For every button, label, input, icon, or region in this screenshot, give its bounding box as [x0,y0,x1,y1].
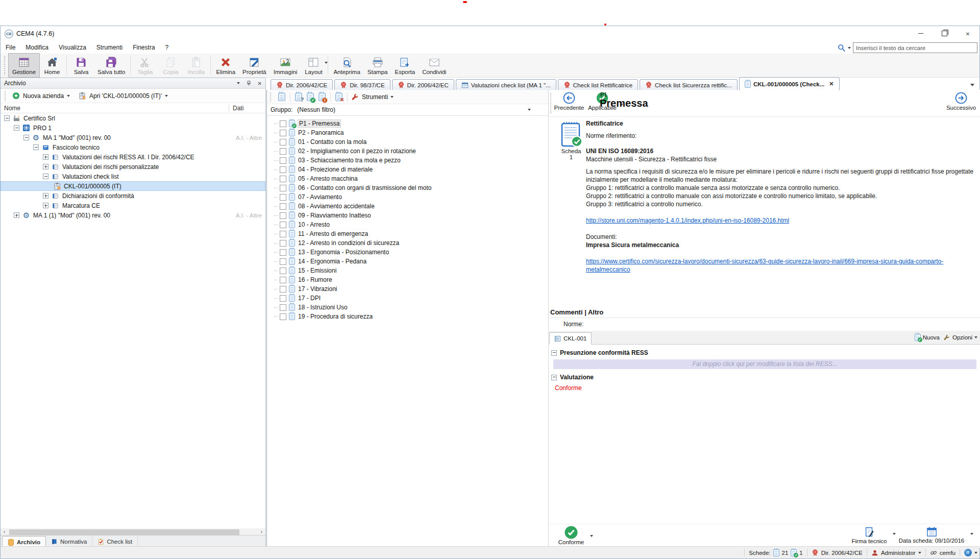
checklist-item[interactable]: 09 - Riavviamento Inatteso [267,211,548,220]
checklist-item[interactable]: 14 - Ergonomia - Pedana [267,257,548,266]
checklist-item[interactable]: 10 - Arresto [267,220,548,229]
checklist-item[interactable]: 04 - Proiezione di materiale [267,165,548,174]
language-badge[interactable]: IT [964,549,972,556]
checkbox[interactable] [280,139,286,145]
document-link[interactable]: https://www.certifico.com/sicurezza-lavo… [586,258,943,273]
scrollbar-thumb[interactable] [9,529,239,535]
checklist-item[interactable]: 18 - Istruzioni Uso [267,303,548,312]
expand-icon[interactable] [14,212,19,218]
checkbox[interactable] [280,231,286,237]
checkbox[interactable] [280,176,286,182]
tree-item-ckl-001-selected[interactable]: CKL-001/000005 (IT) [1,181,265,191]
sheet-alert-icon[interactable] [318,92,326,101]
toolbar-handle[interactable] [5,91,7,101]
user-caret[interactable] [918,552,921,554]
search-options-caret[interactable] [848,47,851,49]
tree-item-pro1[interactable]: PRO 1 [1,123,265,133]
add-circle-icon[interactable] [12,92,20,100]
tree-item-valutazioni-checklist[interactable]: Valutazioni check list [1,172,265,181]
tab-close-icon[interactable] [829,81,834,87]
menu-finestra[interactable]: Finestra [128,42,160,53]
panel-menu-caret[interactable] [237,82,240,84]
minimize-button[interactable] [909,26,933,41]
checkbox[interactable] [280,120,286,127]
scroll-right-icon[interactable] [258,528,265,536]
comment-tab-ckl001[interactable]: CKL-001 [549,332,592,345]
valutazione-section-header[interactable]: Valutazione [549,374,980,381]
layout-button[interactable]: Layout [301,54,326,77]
opzioni-button[interactable]: Opzioni [943,334,977,341]
tab-check-list-sicurezza[interactable]: Check list Sicurerzza rettific... [640,79,738,90]
tab-valutazioni-check-list[interactable]: Valutazioni check list (MA 1 "... [456,79,556,90]
panel-close-icon[interactable] [258,80,262,87]
expand-icon[interactable] [43,164,48,169]
column-dati[interactable]: Dati [229,105,265,112]
tree-item-fascicolo[interactable]: Fascicolo tecnico [1,142,265,152]
toolbar-handle[interactable] [550,93,551,113]
condividi-button[interactable]: Condividi [419,54,450,77]
anteprima-button[interactable]: Anteprima [330,54,363,77]
sheet-ok-icon[interactable] [307,92,314,101]
stampa-button[interactable]: Stampa [364,54,391,77]
opzioni-caret[interactable] [974,336,977,338]
collapse-icon[interactable] [23,135,29,140]
tab-dir-98-37-ce[interactable]: Dir. 98/37/CE [334,79,390,90]
checklist-item[interactable]: 02 - Impigliamento con il pezzo in rotaz… [267,147,548,156]
menu-help[interactable]: ? [160,42,174,53]
esporta-button[interactable]: Esporta [391,54,419,77]
checkbox[interactable] [280,277,286,283]
ress-section-header[interactable]: Presunzione conformità RESS [549,349,980,356]
salva-button[interactable]: Salva [68,54,94,77]
toolbar-handle[interactable] [4,56,7,75]
successivo-button[interactable]: Successivo [945,92,977,111]
menu-file[interactable]: File [1,42,20,53]
checklist-item[interactable]: 03 - Schiacciamento tra mola e pezzo [267,156,548,165]
checkbox[interactable] [280,313,286,320]
checklist-item[interactable]: 17 - Vibrazioni [267,284,548,294]
collapse-icon[interactable] [43,174,48,179]
scroll-left-icon[interactable] [1,528,8,536]
collapse-icon[interactable] [33,144,39,150]
sheet-remove-icon[interactable] [335,92,342,101]
search-icon[interactable] [837,43,846,52]
checkbox[interactable] [280,258,286,265]
ress-placeholder-area[interactable]: Fai doppio click qui per modificare la l… [553,359,976,369]
checklist-item[interactable]: 12 - Arresto in condizioni di sicurezza [267,238,548,248]
checklist-item[interactable]: 15 - Emissioni [267,266,548,275]
tree-item-valutazioni-pers[interactable]: Valutazioni dei rischi personalizzate [1,162,265,172]
collapse-icon[interactable] [14,125,19,131]
checkbox[interactable] [280,212,286,219]
checkbox[interactable] [280,240,286,247]
tree-item-certifico[interactable]: Certifico Srl [1,113,265,123]
apri-ckl-button[interactable]: Apri 'CKL-001/000005 (IT)' [89,92,162,100]
checklist-item[interactable]: 11 - Arresto di emergenza [267,229,548,238]
precedente-button[interactable]: Precedente [553,92,585,111]
proprieta-button[interactable]: Proprietà [239,54,270,77]
strumenti-button[interactable]: Strumenti [362,93,388,101]
column-nome[interactable]: Nome [1,105,229,112]
language-caret[interactable] [974,552,977,554]
open-clipboard-icon[interactable] [78,92,86,100]
checkbox[interactable] [280,157,286,164]
tab-dir-2006-42-ec[interactable]: Dir. 2006/42/EC [392,79,454,90]
checkbox[interactable] [280,203,286,210]
norm-link[interactable]: http://store.uni.com/magento-1.4.0.1/ind… [586,217,789,224]
apri-caret[interactable] [165,95,168,97]
checklist-item[interactable]: 16 - Rumore [267,275,548,284]
tab-dir-2006-42-ce[interactable]: Dir. 2006/42/CE [271,79,333,90]
checklist-item[interactable]: P2 - Panoramica [267,128,548,137]
group-filter-select[interactable]: (Nessun filtro) [297,106,335,113]
collapse-icon[interactable] [551,350,557,356]
tree-item-valutazioni-ress[interactable]: Valutazioni dei rischi RESS All. I Dir. … [1,152,265,162]
checklist-item[interactable]: 19 - Procedura di sicurezza [267,312,548,321]
conforme-button[interactable]: Conforme [555,526,587,545]
checklist-item[interactable]: 05 - Arresto macchina [267,174,548,183]
restore-button[interactable] [933,26,956,41]
checklist-item[interactable]: 08 - Avviamento accidentale [267,202,548,211]
group-filter-caret[interactable] [528,109,531,111]
checkbox[interactable] [280,166,286,173]
checklist-item[interactable]: 06 - Contatto con organi di trasmissione… [267,183,548,192]
nuova-button[interactable]: Nuova [915,334,940,341]
data-scheda-button[interactable]: Data scheda: 09/10/2016 [896,526,967,544]
pin-icon[interactable] [246,80,252,86]
